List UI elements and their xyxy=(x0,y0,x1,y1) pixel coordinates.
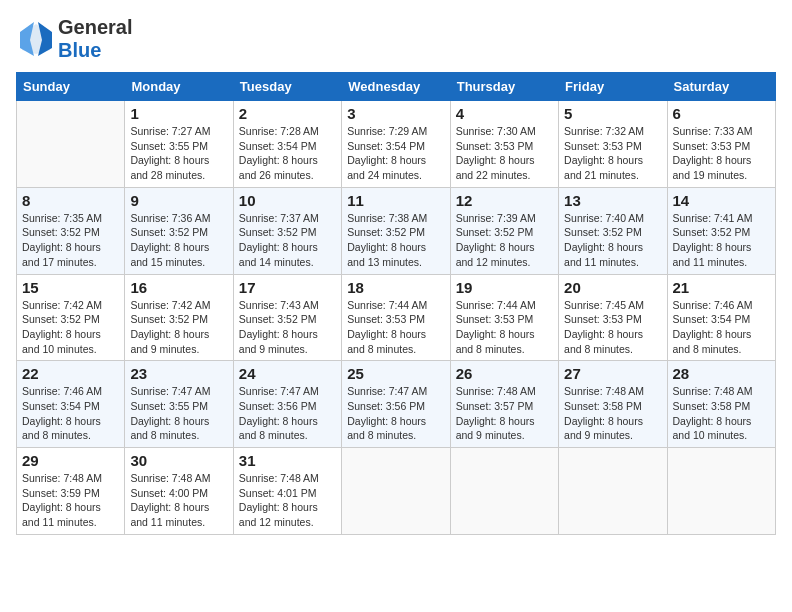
day-number: 4 xyxy=(456,105,553,122)
col-header-tuesday: Tuesday xyxy=(233,73,341,101)
calendar-cell xyxy=(667,448,775,535)
calendar-cell: 19Sunrise: 7:44 AMSunset: 3:53 PMDayligh… xyxy=(450,274,558,361)
day-sunrise: Sunrise: 7:46 AMSunset: 3:54 PMDaylight:… xyxy=(673,299,753,355)
day-number: 2 xyxy=(239,105,336,122)
calendar-cell: 25Sunrise: 7:47 AMSunset: 3:56 PMDayligh… xyxy=(342,361,450,448)
day-sunrise: Sunrise: 7:48 AMSunset: 3:58 PMDaylight:… xyxy=(673,385,753,441)
logo-blue: Blue xyxy=(58,39,101,61)
calendar-cell: 14Sunrise: 7:41 AMSunset: 3:52 PMDayligh… xyxy=(667,187,775,274)
day-number: 22 xyxy=(22,365,119,382)
day-number: 31 xyxy=(239,452,336,469)
day-number: 25 xyxy=(347,365,444,382)
day-number: 6 xyxy=(673,105,770,122)
day-number: 27 xyxy=(564,365,661,382)
calendar-cell: 9Sunrise: 7:36 AMSunset: 3:52 PMDaylight… xyxy=(125,187,233,274)
calendar-cell: 22Sunrise: 7:46 AMSunset: 3:54 PMDayligh… xyxy=(17,361,125,448)
day-number: 11 xyxy=(347,192,444,209)
day-number: 24 xyxy=(239,365,336,382)
calendar-cell: 10Sunrise: 7:37 AMSunset: 3:52 PMDayligh… xyxy=(233,187,341,274)
day-number: 15 xyxy=(22,279,119,296)
day-number: 5 xyxy=(564,105,661,122)
calendar-table: SundayMondayTuesdayWednesdayThursdayFrid… xyxy=(16,72,776,535)
day-number: 17 xyxy=(239,279,336,296)
calendar-cell: 11Sunrise: 7:38 AMSunset: 3:52 PMDayligh… xyxy=(342,187,450,274)
day-number: 29 xyxy=(22,452,119,469)
calendar-cell: 23Sunrise: 7:47 AMSunset: 3:55 PMDayligh… xyxy=(125,361,233,448)
calendar-cell: 6Sunrise: 7:33 AMSunset: 3:53 PMDaylight… xyxy=(667,101,775,188)
day-sunrise: Sunrise: 7:48 AMSunset: 3:59 PMDaylight:… xyxy=(22,472,102,528)
calendar-cell: 29Sunrise: 7:48 AMSunset: 3:59 PMDayligh… xyxy=(17,448,125,535)
day-sunrise: Sunrise: 7:41 AMSunset: 3:52 PMDaylight:… xyxy=(673,212,753,268)
day-sunrise: Sunrise: 7:48 AMSunset: 3:57 PMDaylight:… xyxy=(456,385,536,441)
calendar-cell xyxy=(17,101,125,188)
calendar-week-3: 15Sunrise: 7:42 AMSunset: 3:52 PMDayligh… xyxy=(17,274,776,361)
day-number: 1 xyxy=(130,105,227,122)
logo-area: General Blue xyxy=(16,16,132,62)
calendar-cell: 18Sunrise: 7:44 AMSunset: 3:53 PMDayligh… xyxy=(342,274,450,361)
day-sunrise: Sunrise: 7:35 AMSunset: 3:52 PMDaylight:… xyxy=(22,212,102,268)
day-sunrise: Sunrise: 7:47 AMSunset: 3:56 PMDaylight:… xyxy=(239,385,319,441)
day-sunrise: Sunrise: 7:47 AMSunset: 3:56 PMDaylight:… xyxy=(347,385,427,441)
day-number: 19 xyxy=(456,279,553,296)
calendar-cell: 5Sunrise: 7:32 AMSunset: 3:53 PMDaylight… xyxy=(559,101,667,188)
calendar-cell: 13Sunrise: 7:40 AMSunset: 3:52 PMDayligh… xyxy=(559,187,667,274)
day-sunrise: Sunrise: 7:36 AMSunset: 3:52 PMDaylight:… xyxy=(130,212,210,268)
calendar-header-row: SundayMondayTuesdayWednesdayThursdayFrid… xyxy=(17,73,776,101)
day-number: 10 xyxy=(239,192,336,209)
day-number: 30 xyxy=(130,452,227,469)
day-sunrise: Sunrise: 7:42 AMSunset: 3:52 PMDaylight:… xyxy=(130,299,210,355)
day-sunrise: Sunrise: 7:44 AMSunset: 3:53 PMDaylight:… xyxy=(347,299,427,355)
calendar-body: 1Sunrise: 7:27 AMSunset: 3:55 PMDaylight… xyxy=(17,101,776,535)
day-number: 26 xyxy=(456,365,553,382)
day-sunrise: Sunrise: 7:28 AMSunset: 3:54 PMDaylight:… xyxy=(239,125,319,181)
calendar-cell: 2Sunrise: 7:28 AMSunset: 3:54 PMDaylight… xyxy=(233,101,341,188)
day-number: 28 xyxy=(673,365,770,382)
calendar-week-4: 22Sunrise: 7:46 AMSunset: 3:54 PMDayligh… xyxy=(17,361,776,448)
day-number: 3 xyxy=(347,105,444,122)
col-header-thursday: Thursday xyxy=(450,73,558,101)
day-number: 8 xyxy=(22,192,119,209)
general-blue-icon xyxy=(16,20,54,58)
day-number: 23 xyxy=(130,365,227,382)
day-sunrise: Sunrise: 7:43 AMSunset: 3:52 PMDaylight:… xyxy=(239,299,319,355)
calendar-cell: 12Sunrise: 7:39 AMSunset: 3:52 PMDayligh… xyxy=(450,187,558,274)
day-sunrise: Sunrise: 7:32 AMSunset: 3:53 PMDaylight:… xyxy=(564,125,644,181)
calendar-cell: 15Sunrise: 7:42 AMSunset: 3:52 PMDayligh… xyxy=(17,274,125,361)
day-sunrise: Sunrise: 7:47 AMSunset: 3:55 PMDaylight:… xyxy=(130,385,210,441)
calendar-week-2: 8Sunrise: 7:35 AMSunset: 3:52 PMDaylight… xyxy=(17,187,776,274)
calendar-cell: 4Sunrise: 7:30 AMSunset: 3:53 PMDaylight… xyxy=(450,101,558,188)
col-header-friday: Friday xyxy=(559,73,667,101)
day-sunrise: Sunrise: 7:48 AMSunset: 4:00 PMDaylight:… xyxy=(130,472,210,528)
day-number: 21 xyxy=(673,279,770,296)
calendar-cell: 28Sunrise: 7:48 AMSunset: 3:58 PMDayligh… xyxy=(667,361,775,448)
calendar-cell: 3Sunrise: 7:29 AMSunset: 3:54 PMDaylight… xyxy=(342,101,450,188)
day-sunrise: Sunrise: 7:44 AMSunset: 3:53 PMDaylight:… xyxy=(456,299,536,355)
calendar-cell: 17Sunrise: 7:43 AMSunset: 3:52 PMDayligh… xyxy=(233,274,341,361)
day-number: 18 xyxy=(347,279,444,296)
day-sunrise: Sunrise: 7:39 AMSunset: 3:52 PMDaylight:… xyxy=(456,212,536,268)
day-number: 9 xyxy=(130,192,227,209)
logo-general: General xyxy=(58,16,132,38)
day-number: 13 xyxy=(564,192,661,209)
calendar-cell: 27Sunrise: 7:48 AMSunset: 3:58 PMDayligh… xyxy=(559,361,667,448)
day-sunrise: Sunrise: 7:40 AMSunset: 3:52 PMDaylight:… xyxy=(564,212,644,268)
day-sunrise: Sunrise: 7:42 AMSunset: 3:52 PMDaylight:… xyxy=(22,299,102,355)
day-sunrise: Sunrise: 7:29 AMSunset: 3:54 PMDaylight:… xyxy=(347,125,427,181)
day-sunrise: Sunrise: 7:27 AMSunset: 3:55 PMDaylight:… xyxy=(130,125,210,181)
col-header-sunday: Sunday xyxy=(17,73,125,101)
day-sunrise: Sunrise: 7:33 AMSunset: 3:53 PMDaylight:… xyxy=(673,125,753,181)
day-sunrise: Sunrise: 7:46 AMSunset: 3:54 PMDaylight:… xyxy=(22,385,102,441)
day-sunrise: Sunrise: 7:48 AMSunset: 3:58 PMDaylight:… xyxy=(564,385,644,441)
day-number: 14 xyxy=(673,192,770,209)
calendar-cell: 21Sunrise: 7:46 AMSunset: 3:54 PMDayligh… xyxy=(667,274,775,361)
day-sunrise: Sunrise: 7:38 AMSunset: 3:52 PMDaylight:… xyxy=(347,212,427,268)
calendar-cell: 16Sunrise: 7:42 AMSunset: 3:52 PMDayligh… xyxy=(125,274,233,361)
calendar-cell: 26Sunrise: 7:48 AMSunset: 3:57 PMDayligh… xyxy=(450,361,558,448)
calendar-cell xyxy=(342,448,450,535)
col-header-monday: Monday xyxy=(125,73,233,101)
calendar-week-1: 1Sunrise: 7:27 AMSunset: 3:55 PMDaylight… xyxy=(17,101,776,188)
day-number: 20 xyxy=(564,279,661,296)
calendar-cell: 31Sunrise: 7:48 AMSunset: 4:01 PMDayligh… xyxy=(233,448,341,535)
col-header-wednesday: Wednesday xyxy=(342,73,450,101)
calendar-cell: 30Sunrise: 7:48 AMSunset: 4:00 PMDayligh… xyxy=(125,448,233,535)
